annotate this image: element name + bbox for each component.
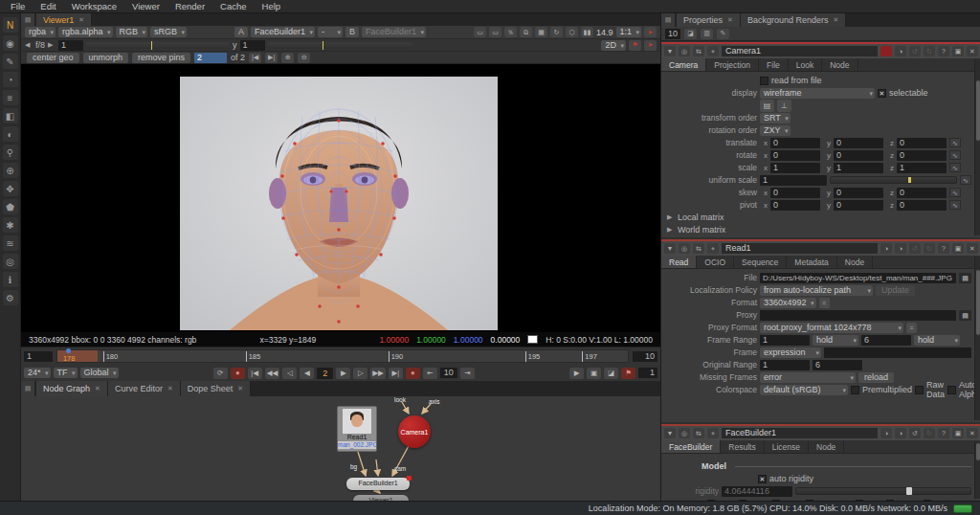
- facebuilder-tab[interactable]: License: [765, 440, 809, 453]
- tab-properties[interactable]: Properties ✕: [677, 13, 741, 27]
- facebuilder-tab[interactable]: Node: [809, 440, 844, 453]
- close-icon[interactable]: ✕: [727, 16, 733, 24]
- before-hold-dropdown[interactable]: hold: [813, 335, 858, 346]
- undo-icon[interactable]: ↺: [909, 46, 921, 56]
- prev-frame-icon[interactable]: ◀: [300, 368, 314, 379]
- x-field[interactable]: 0: [770, 150, 820, 161]
- remove-pins-button[interactable]: remove pins: [132, 53, 190, 63]
- center-node-icon[interactable]: ◎: [679, 243, 690, 254]
- read-tab[interactable]: Node: [837, 256, 873, 268]
- collapse-icon[interactable]: ▼: [664, 428, 676, 438]
- snap-axis-icon[interactable]: ⊥: [777, 100, 791, 112]
- revert-icon[interactable]: ◑: [895, 46, 906, 56]
- menu-item[interactable]: Viewer: [125, 1, 167, 11]
- file-browse-icon[interactable]: ▤: [760, 100, 774, 112]
- float-panel-icon[interactable]: ▣: [952, 243, 964, 254]
- play-forward-icon[interactable]: ▷: [353, 368, 368, 379]
- frame-expression-field[interactable]: [824, 347, 971, 358]
- swap-io-icon[interactable]: ⇆: [693, 428, 704, 438]
- tab-background-renders[interactable]: Background Renders ✕: [741, 13, 846, 27]
- transform-order-dropdown[interactable]: SRT: [760, 113, 791, 123]
- range-end-field[interactable]: 10: [633, 351, 657, 362]
- close-icon[interactable]: ✕: [95, 385, 100, 392]
- snapshot-icon[interactable]: ▥: [701, 29, 713, 39]
- wipe-icon[interactable]: ％: [504, 27, 517, 37]
- draw-nodes-icon[interactable]: ✎: [3, 54, 18, 69]
- read-tab[interactable]: Sequence: [734, 256, 787, 268]
- nuke-logo-icon[interactable]: N: [3, 17, 18, 33]
- proxy-toggle-icon[interactable]: ▭: [489, 27, 501, 37]
- camera-tab[interactable]: Look: [789, 58, 822, 71]
- center-geo-button[interactable]: center geo: [27, 53, 79, 63]
- file-browse-icon[interactable]: ▤: [959, 273, 971, 283]
- z-field[interactable]: 0: [897, 150, 947, 161]
- animation-curve-icon[interactable]: ∿: [949, 150, 961, 160]
- y-field[interactable]: 0: [834, 200, 883, 211]
- missing-frames-dropdown[interactable]: error: [760, 372, 856, 383]
- dock-pane-menu-icon[interactable]: ▤: [21, 381, 34, 396]
- animation-curve-icon[interactable]: ∿: [960, 175, 971, 185]
- float-panel-icon[interactable]: ▣: [952, 428, 964, 438]
- menu-item[interactable]: Help: [256, 1, 288, 11]
- read-tab[interactable]: Read: [661, 256, 697, 268]
- layers-icon[interactable]: ⧉: [520, 27, 532, 37]
- auto-rigidity-checkbox[interactable]: ✕: [758, 475, 767, 483]
- time-nodes-icon[interactable]: ◔: [3, 72, 18, 87]
- camera-tab[interactable]: Projection: [706, 58, 759, 71]
- zoom-ratio-dropdown[interactable]: 1:1: [616, 27, 642, 37]
- revert2-icon[interactable]: ◑: [895, 428, 906, 438]
- frame-increment-field[interactable]: 10: [440, 368, 457, 378]
- prev-keyframe-icon[interactable]: ◀◀: [265, 368, 280, 379]
- read-panel-scrollbar[interactable]: [974, 257, 980, 420]
- other-nodes-icon[interactable]: ⚙: [3, 290, 18, 305]
- play-backward-icon[interactable]: ◁: [282, 368, 297, 379]
- frame-mode-dropdown[interactable]: expression: [760, 347, 821, 358]
- read-tab[interactable]: Metadata: [787, 256, 836, 268]
- display-dropdown[interactable]: wireframe: [760, 88, 875, 99]
- fb-panel-scrollbar[interactable]: [974, 441, 980, 499]
- close-panel-icon[interactable]: ✕: [967, 243, 978, 254]
- alpha-dropdown[interactable]: rgba.alpha: [58, 27, 113, 37]
- ab-blend-dropdown[interactable]: -: [318, 27, 343, 37]
- revert-icon[interactable]: ◑: [880, 243, 892, 254]
- tab-curve-editor[interactable]: Curve Editor ✕: [108, 381, 181, 396]
- gain-slider[interactable]: [86, 42, 230, 49]
- undo-icon[interactable]: ↺: [909, 243, 921, 254]
- world-matrix-expand-icon[interactable]: ▶: [667, 226, 675, 234]
- camera1-node[interactable]: Camera1: [398, 415, 431, 448]
- proxy-format-lock-icon[interactable]: =: [906, 323, 917, 333]
- keyer-nodes-icon[interactable]: ⚲: [3, 145, 18, 160]
- camera-tab[interactable]: Node: [822, 58, 858, 71]
- proxy-browse-icon[interactable]: ▤: [959, 310, 971, 321]
- metadata-nodes-icon[interactable]: ℹ: [3, 272, 18, 287]
- swap-io-icon[interactable]: ⇆: [693, 243, 704, 254]
- close-panel-icon[interactable]: ✕: [967, 46, 978, 56]
- original-end-field[interactable]: 6: [813, 360, 862, 370]
- facebuilder-tab[interactable]: FaceBuilder: [661, 440, 721, 453]
- 3d-nodes-icon[interactable]: ⬟: [3, 199, 18, 214]
- lock-panels-icon[interactable]: ◪: [684, 29, 697, 39]
- menu-item[interactable]: Workspace: [65, 1, 123, 11]
- menu-item[interactable]: Edit: [33, 1, 62, 11]
- proxy-format-dropdown[interactable]: root.proxy_format 1024x778: [760, 323, 903, 333]
- display-channel-dropdown[interactable]: RGB: [116, 27, 148, 37]
- float-panel-icon[interactable]: ▣: [952, 46, 964, 56]
- views-nodes-icon[interactable]: ◎: [3, 254, 18, 269]
- animation-curve-icon[interactable]: ∿: [949, 138, 961, 147]
- node-name-field[interactable]: FaceBuilder1: [722, 428, 878, 438]
- y-field[interactable]: 0: [834, 150, 883, 161]
- pause-icon[interactable]: ▮▮: [581, 27, 593, 37]
- gamma-slider[interactable]: [268, 42, 412, 49]
- loop-mode-icon[interactable]: ⟳: [213, 368, 228, 379]
- collapse-icon[interactable]: ▼: [664, 243, 676, 254]
- current-view-field[interactable]: 2: [194, 53, 227, 63]
- input-b-dropdown[interactable]: FaceBuilder1: [362, 27, 426, 37]
- input-a-dropdown[interactable]: FaceBuilder1: [251, 27, 315, 37]
- lut-dropdown[interactable]: sRGB: [150, 27, 187, 37]
- tab-node-graph[interactable]: Node Graph ✕: [36, 381, 108, 396]
- node-name-field[interactable]: Camera1: [722, 46, 878, 56]
- z-field[interactable]: 0: [897, 138, 947, 148]
- revert-icon[interactable]: ◑: [880, 428, 892, 438]
- z-field[interactable]: 0: [897, 188, 947, 198]
- z-field[interactable]: 0: [897, 200, 947, 211]
